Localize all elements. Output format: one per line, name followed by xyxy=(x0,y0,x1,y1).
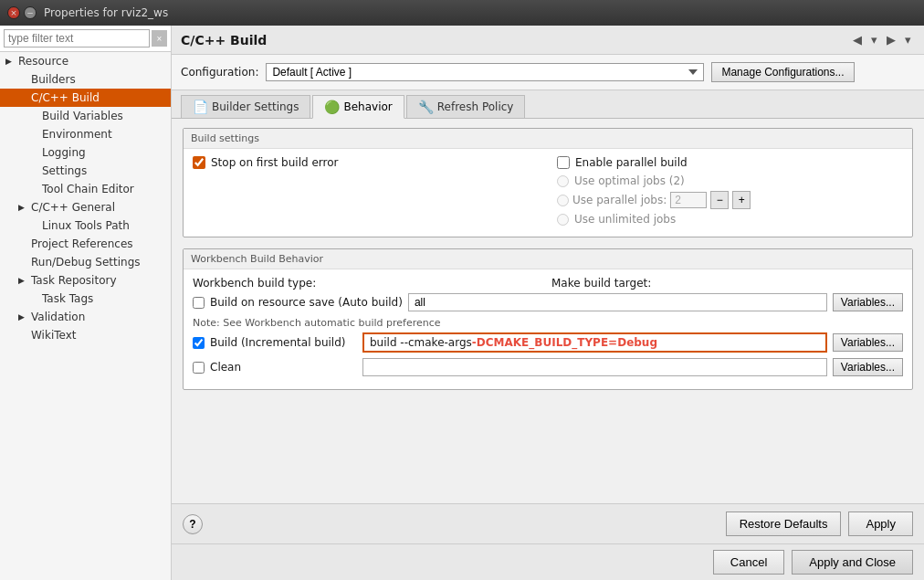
sidebar-item-settings[interactable]: Settings xyxy=(0,162,171,180)
sidebar-item-label: Logging xyxy=(42,146,86,159)
unlimited-jobs-row: Use unlimited jobs xyxy=(557,213,903,226)
incremental-variables-button[interactable]: Variables... xyxy=(833,333,903,352)
parallel-jobs-radio[interactable] xyxy=(557,195,569,206)
sidebar-item-cpp-build[interactable]: C/C++ Build xyxy=(0,89,171,107)
parallel-jobs-label: Use parallel jobs: xyxy=(572,194,667,206)
clean-row: Clean Variables... xyxy=(193,358,903,376)
config-select[interactable]: Default [ Active ] xyxy=(266,63,704,81)
enable-parallel-row: Enable parallel build xyxy=(557,156,903,169)
tab-behavior[interactable]: 🟢Behavior xyxy=(312,95,404,119)
optimal-jobs-radio[interactable] xyxy=(557,175,569,187)
workbench-title: Workbench Build Behavior xyxy=(184,249,912,269)
workbench-content: Workbench build type: Make build target:… xyxy=(184,269,912,389)
build-settings-title: Build settings xyxy=(184,129,912,149)
parallel-decrease-button[interactable]: − xyxy=(710,191,729,209)
clean-checkbox[interactable] xyxy=(193,362,205,374)
sidebar-items-list: ▶ResourceBuildersC/C++ BuildBuild Variab… xyxy=(0,52,171,344)
config-label: Configuration: xyxy=(181,66,258,79)
sidebar-item-resource[interactable]: ▶Resource xyxy=(0,52,171,70)
workbench-make-header: Make build target: xyxy=(551,277,903,290)
bottom-bar: ? Restore Defaults Apply xyxy=(172,503,924,543)
tab-builder-settings[interactable]: 📄Builder Settings xyxy=(181,95,310,118)
auto-build-label: Build on resource save (Auto build) xyxy=(210,296,403,309)
apply-button[interactable]: Apply xyxy=(848,511,913,536)
sidebar-item-label: C/C++ Build xyxy=(31,91,100,104)
content-title: C/C++ Build xyxy=(181,33,267,47)
incremental-command-input[interactable]: build --cmake-args -DCMAKE_BUILD_TYPE=De… xyxy=(362,332,827,353)
stop-on-error-label: Stop on first build error xyxy=(211,156,339,169)
auto-build-row: Build on resource save (Auto build) Vari… xyxy=(193,293,903,311)
tab-label-builder-settings: Builder Settings xyxy=(212,100,299,113)
help-button[interactable]: ? xyxy=(183,514,203,534)
build-settings-right: Enable parallel build Use optimal jobs (… xyxy=(557,156,903,229)
sidebar-item-validation[interactable]: ▶Validation xyxy=(0,308,171,326)
sidebar-search-container: × xyxy=(0,26,171,52)
sidebar-item-label: C/C++ General xyxy=(31,201,115,214)
auto-variables-button[interactable]: Variables... xyxy=(833,293,903,311)
search-input[interactable] xyxy=(4,29,150,47)
minimize-button[interactable]: − xyxy=(24,6,37,19)
optimal-jobs-row: Use optimal jobs (2) xyxy=(557,174,903,187)
right-buttons: Apply xyxy=(848,511,913,536)
sidebar-item-cpp-general[interactable]: ▶C/C++ General xyxy=(0,198,171,216)
build-settings-cols: Stop on first build error Enable paralle… xyxy=(193,156,903,229)
clean-variables-button[interactable]: Variables... xyxy=(833,358,903,376)
restore-defaults-button[interactable]: Restore Defaults xyxy=(726,511,842,536)
sidebar-item-label: Resource xyxy=(18,55,68,68)
window-controls[interactable]: × − xyxy=(7,6,37,19)
sidebar-item-task-repository[interactable]: ▶Task Repository xyxy=(0,271,171,290)
triangle-icon: ▶ xyxy=(18,276,27,285)
build-settings-content: Stop on first build error Enable paralle… xyxy=(184,149,912,237)
unlimited-jobs-radio[interactable] xyxy=(557,214,569,226)
content-area: C/C++ Build ◀ ▾ ▶ ▾ Configuration: Defau… xyxy=(172,26,924,580)
sidebar-item-label: Build Variables xyxy=(42,110,123,122)
sidebar-item-logging[interactable]: Logging xyxy=(0,143,171,162)
sidebar: × ▶ResourceBuildersC/C++ BuildBuild Vari… xyxy=(0,26,172,580)
sidebar-item-build-variables[interactable]: Build Variables xyxy=(0,107,171,125)
parallel-jobs-input[interactable] xyxy=(670,192,707,208)
workbench-section: Workbench Build Behavior Workbench build… xyxy=(183,248,913,390)
sidebar-item-run-debug-settings[interactable]: Run/Debug Settings xyxy=(0,253,171,271)
parallel-increase-button[interactable]: + xyxy=(732,191,751,209)
enable-parallel-checkbox[interactable] xyxy=(557,156,570,169)
workbench-type-header: Workbench build type: xyxy=(193,277,544,290)
clear-search-button[interactable]: × xyxy=(152,30,167,47)
cancel-button[interactable]: Cancel xyxy=(713,550,784,575)
incremental-cmd-normal: build --cmake-args xyxy=(370,336,472,349)
sidebar-item-tool-chain-editor[interactable]: Tool Chain Editor xyxy=(0,180,171,198)
sidebar-item-builders[interactable]: Builders xyxy=(0,70,171,89)
sidebar-item-label: Builders xyxy=(31,73,76,86)
auto-target-input[interactable] xyxy=(408,293,827,311)
tab-label-behavior: Behavior xyxy=(343,100,392,113)
sidebar-item-label: Task Tags xyxy=(42,292,93,305)
stop-on-error-checkbox[interactable] xyxy=(193,156,205,169)
sidebar-item-linux-tools-path[interactable]: Linux Tools Path xyxy=(0,216,171,235)
nav-back-button[interactable]: ◀ xyxy=(849,31,866,48)
incremental-cmd-highlight: -DCMAKE_BUILD_TYPE=Debug xyxy=(472,336,657,349)
nav-forward-dropdown[interactable]: ▾ xyxy=(901,31,915,48)
manage-configurations-button[interactable]: Manage Configurations... xyxy=(711,62,854,82)
close-button[interactable]: × xyxy=(7,6,20,19)
sidebar-item-task-tags[interactable]: Task Tags xyxy=(0,290,171,308)
clean-label: Clean xyxy=(210,361,241,374)
sidebar-item-project-references[interactable]: Project References xyxy=(0,235,171,253)
sidebar-item-label: Environment xyxy=(42,128,112,141)
tab-refresh-policy[interactable]: 🔧Refresh Policy xyxy=(406,95,526,118)
apply-close-button[interactable]: Apply and Close xyxy=(792,550,913,575)
nav-back-dropdown[interactable]: ▾ xyxy=(867,31,881,48)
auto-build-checkbox[interactable] xyxy=(193,297,205,309)
clean-command-input[interactable] xyxy=(362,358,827,376)
incremental-build-checkbox[interactable] xyxy=(193,337,205,349)
triangle-icon: ▶ xyxy=(5,57,15,66)
incremental-build-row: Build (Incremental build) build --cmake-… xyxy=(193,332,903,353)
sidebar-item-wikitext[interactable]: WikiText xyxy=(0,326,171,344)
sidebar-item-environment[interactable]: Environment xyxy=(0,125,171,143)
sidebar-item-label: Run/Debug Settings xyxy=(31,256,141,269)
tab-icon-builder-settings: 📄 xyxy=(193,100,208,114)
triangle-icon: ▶ xyxy=(18,203,27,212)
nav-forward-button[interactable]: ▶ xyxy=(883,31,899,48)
incremental-build-label: Build (Incremental build) xyxy=(210,336,346,349)
tab-icon-refresh-policy: 🔧 xyxy=(418,100,434,114)
window-title: Properties for rviz2_ws xyxy=(44,6,168,19)
sidebar-item-label: WikiText xyxy=(31,329,77,342)
